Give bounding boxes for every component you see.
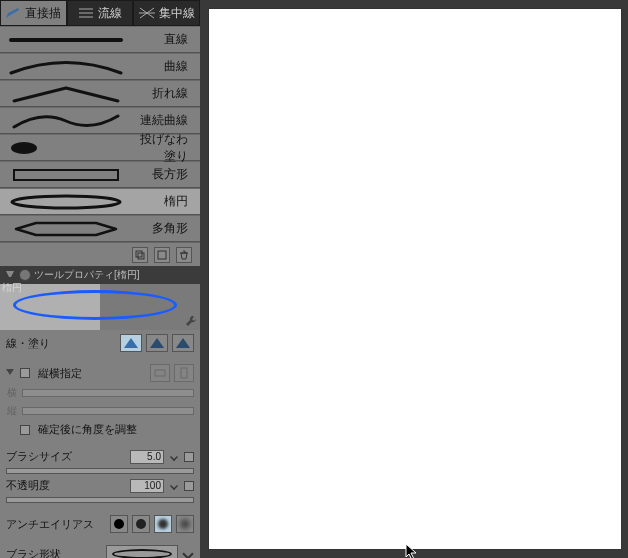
flow-lines-icon [78,7,94,19]
svg-line-5 [140,13,147,18]
brush-size-slider[interactable] [6,468,194,474]
delete-subtool-button[interactable] [176,247,192,263]
trash-icon [179,250,189,260]
svg-rect-15 [158,251,166,259]
opacity-value[interactable]: 100 [130,479,164,493]
tool-preview: 楕円 [0,284,200,330]
prop-label: 不透明度 [6,478,50,493]
prop-angle-after: 確定後に角度を調整 [6,422,194,437]
subtool-tabs: 直接描 流線 集中線 [0,0,200,26]
svg-rect-11 [14,170,118,180]
aspect-height-slider[interactable] [22,407,194,415]
subtool-straight-line[interactable]: 直線 [0,26,200,53]
brush-size-link[interactable] [184,452,194,462]
brush-shape-dropdown[interactable] [182,548,193,558]
prop-label: 確定後に角度を調整 [38,422,137,437]
tab-focus-lines[interactable]: 集中線 [133,0,200,26]
wrench-icon[interactable] [185,315,197,327]
subtool-preview [0,189,132,214]
subtool-label: 曲線 [132,58,200,75]
tab-label: 集中線 [159,5,195,22]
brush-shape-preview[interactable] [106,545,178,558]
pencil-icon [5,7,21,19]
gear-icon[interactable] [20,270,30,280]
subtool-label: 連続曲線 [132,112,200,129]
antialias-none[interactable] [110,515,128,533]
tool-property-title: ツールプロパティ[楕円] [34,268,140,282]
tool-properties: 線・塗り 縦横指定 横 縦 [0,330,200,558]
subtool-rectangle[interactable]: 長方形 [0,161,200,188]
svg-point-10 [11,142,37,154]
prop-aspect-height: 縦 [6,404,194,418]
aspect-mode-b[interactable] [174,364,194,382]
brush-size-stepper[interactable] [170,453,178,461]
subtool-curve[interactable]: 曲線 [0,53,200,80]
tab-label: 流線 [98,5,122,22]
opacity-slider[interactable] [6,497,194,503]
opacity-stepper[interactable] [170,482,178,490]
subtool-preview [0,216,132,241]
svg-rect-13 [136,251,142,257]
svg-rect-14 [138,253,144,259]
subtool-ellipse[interactable]: 楕円 [0,188,200,215]
svg-line-4 [147,8,154,13]
svg-point-12 [12,196,120,208]
canvas-area [200,0,628,558]
prop-brush-size: ブラシサイズ 5.0 [6,449,194,464]
subtool-lasso-fill[interactable]: 投げなわ塗り [0,134,200,161]
subtool-preview [0,81,132,106]
opacity-slider-row [6,497,194,503]
expand-icon[interactable] [6,369,14,377]
subtool-label: 楕円 [132,193,200,210]
antialias-weak[interactable] [132,515,150,533]
collapse-icon[interactable] [6,271,14,279]
line-fill-stroke-only[interactable] [120,334,142,352]
svg-line-3 [140,8,147,13]
subtool-preview [0,27,132,52]
subtool-label: 投げなわ塗り [132,131,200,165]
dim-w-label: 横 [6,386,18,400]
subtool-label: 多角形 [132,220,200,237]
prop-line-fill: 線・塗り [6,334,194,352]
tab-direct-draw[interactable]: 直接描 [0,0,67,26]
subtool-preview [0,162,132,187]
ellipse-icon [112,549,172,558]
tool-property-header: ツールプロパティ[楕円] [0,266,200,284]
tab-flow-lines[interactable]: 流線 [67,0,134,26]
subtool-polygon[interactable]: 多角形 [0,215,200,242]
aspect-width-slider[interactable] [22,389,194,397]
subtool-label: 直線 [132,31,200,48]
svg-rect-17 [181,368,187,378]
tool-preview-name: 楕円 [2,281,22,295]
subtool-label: 折れ線 [132,85,200,102]
aspect-checkbox[interactable] [20,368,30,378]
prop-label: ブラシ形状 [6,547,61,559]
prop-label: ブラシサイズ [6,449,72,464]
subtool-preview [0,135,132,160]
subtool-footer [0,242,200,266]
prop-brush-shape: ブラシ形状 [6,545,194,558]
copy-subtool-button[interactable] [132,247,148,263]
preview-ellipse-stroke [13,290,177,320]
new-subtool-button[interactable] [154,247,170,263]
opacity-link[interactable] [184,481,194,491]
angle-after-checkbox[interactable] [20,425,30,435]
prop-aspect-width: 横 [6,386,194,400]
prop-label: 縦横指定 [38,366,82,381]
brush-size-value[interactable]: 5.0 [130,450,164,464]
antialias-strong[interactable] [176,515,194,533]
subtool-polyline[interactable]: 折れ線 [0,80,200,107]
subtool-preview [0,108,132,133]
antialias-mid[interactable] [154,515,172,533]
svg-rect-16 [155,370,165,376]
brush-size-slider-row [6,468,194,474]
subtool-list: 直線 曲線 折れ線 連続曲線 投げなわ塗り 長方形 [0,26,200,266]
line-fill-stroke-fill[interactable] [146,334,168,352]
prop-aspect-toggle: 縦横指定 [6,364,194,382]
dim-h-label: 縦 [6,404,18,418]
canvas[interactable] [208,8,622,550]
prop-antialias: アンチエイリアス [6,515,194,533]
line-fill-fill-only[interactable] [172,334,194,352]
subtool-preview [0,54,132,79]
aspect-mode-a[interactable] [150,364,170,382]
